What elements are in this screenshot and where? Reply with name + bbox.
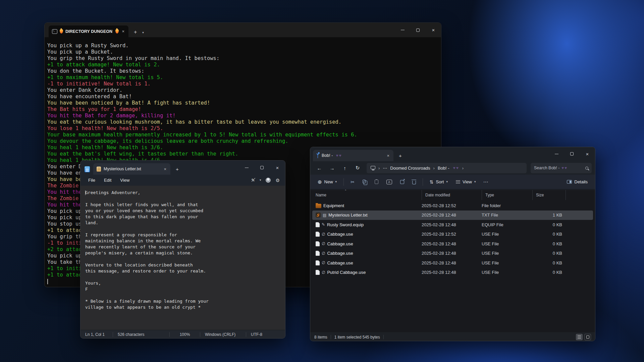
cut-button[interactable]: ✂: [348, 178, 357, 186]
plus-circle-icon: ⊕: [318, 179, 322, 185]
explorer-status-bar: 8 items 1 item selected 545 bytes: [310, 332, 595, 341]
column-header-name[interactable]: Name⌃: [316, 190, 422, 200]
file-name: Equipment: [323, 203, 344, 208]
status-char-count: 526 characters: [113, 332, 169, 337]
folder-person-icon: ᛉ: [316, 153, 319, 158]
terminal-line: You have encountered a Bat!: [47, 94, 438, 100]
terminal-maximize-button[interactable]: [410, 23, 426, 37]
table-row[interactable]: ∅Cabbage.use2025-02-28 12:52USE File0 KB: [312, 230, 593, 239]
menu-file[interactable]: File: [85, 176, 99, 184]
explorer-maximize-button[interactable]: [564, 147, 580, 161]
file-name: Cabbage.use: [327, 232, 353, 237]
menu-view[interactable]: View: [116, 176, 133, 184]
generic-file-icon: [316, 260, 320, 265]
table-row[interactable]: ▤Mysterious Letter.txt2025-02-28 12:48TX…: [312, 210, 593, 220]
rename-button[interactable]: [384, 178, 395, 186]
edit-mode-icon[interactable]: ✎: [251, 178, 255, 183]
explorer-tab[interactable]: ᛉ Bob! - ♥♥ ×: [313, 150, 393, 161]
file-list-area: Name⌃ Date modified Type Size Equipment2…: [310, 190, 595, 332]
forward-button[interactable]: →: [326, 163, 338, 173]
table-row[interactable]: ∅Putrid Cabbage.use2025-02-28 12:48USE F…: [312, 268, 593, 278]
view-lines-icon: [456, 180, 460, 184]
file-type: USE File: [482, 232, 532, 237]
notepad-tab-close-icon[interactable]: ×: [163, 167, 167, 172]
menu-edit[interactable]: Edit: [100, 176, 115, 184]
notepad-text-line: this message, and restore order to your …: [85, 268, 285, 274]
breadcrumb-item-bob[interactable]: Bob! -: [438, 166, 449, 171]
back-button[interactable]: ←: [314, 163, 325, 173]
breadcrumb-overflow[interactable]: ⋯: [383, 166, 387, 171]
selection-summary: 1 item selected 545 bytes: [334, 335, 380, 340]
terminal-tab[interactable]: DIRECTORY DUNGEON ×: [49, 25, 128, 37]
explorer-tab-close-icon[interactable]: ×: [386, 153, 390, 158]
explorer-minimize-button[interactable]: [549, 147, 564, 161]
table-row[interactable]: ∅Cabbage.use2025-02-28 12:48USE File0 KB: [312, 249, 593, 258]
terminal-line: You eat the curious looking mushroom, it…: [47, 119, 438, 125]
terminal-new-tab-button[interactable]: +: [134, 29, 137, 35]
notepad-status-bar: Ln 1, Col 1 526 characters 100% Windows …: [80, 330, 285, 339]
gear-icon[interactable]: ⚙: [275, 178, 280, 183]
column-header-size[interactable]: Size: [532, 190, 566, 200]
terminal-tab-bar: DIRECTORY DUNGEON × + ▾ ×: [45, 23, 441, 37]
heart-icons: ♥♥: [561, 166, 568, 170]
notepad-maximize-button[interactable]: [254, 161, 270, 175]
refresh-button[interactable]: ↻: [352, 163, 363, 173]
file-size: 0 KB: [532, 251, 566, 256]
delete-button[interactable]: [410, 177, 419, 186]
sort-ascending-icon: ⌃: [344, 189, 347, 192]
terminal-tab-close-icon[interactable]: ×: [121, 29, 125, 34]
terminal-line: You pick up a Bucket.: [47, 49, 438, 55]
table-row[interactable]: ∅Cabbage.use2025-02-28 12:48USE File0 KB: [312, 239, 593, 249]
notepad-minimize-button[interactable]: [239, 161, 254, 175]
table-row[interactable]: Equipment2025-02-28 12:52File folder: [312, 201, 593, 210]
file-name: Mysterious Letter.txt: [328, 213, 367, 218]
terminal-close-button[interactable]: ×: [426, 23, 441, 37]
share-button[interactable]: [397, 178, 407, 186]
new-button[interactable]: ⊕ New ▾: [315, 177, 339, 187]
view-button[interactable]: View ▾: [453, 177, 478, 186]
terminal-tab-dropdown-icon[interactable]: ▾: [142, 31, 144, 34]
column-header-type[interactable]: Type: [482, 190, 532, 200]
thumbnail-view-icon: [586, 336, 589, 339]
details-view-toggle[interactable]: [576, 334, 583, 340]
fire-icon: [115, 29, 119, 34]
status-line-endings: Windows (CRLF): [200, 332, 246, 337]
search-icon[interactable]: [585, 167, 588, 170]
notepad-text-area[interactable]: Greetings Adventurer, I hope this letter…: [80, 186, 285, 330]
explorer-close-button[interactable]: ×: [580, 147, 595, 161]
file-name: Cabbage.use: [327, 251, 353, 256]
explorer-new-tab-button[interactable]: +: [399, 153, 402, 159]
details-pane-button[interactable]: Details: [564, 177, 590, 186]
generic-file-icon: [316, 232, 320, 237]
table-row[interactable]: ✎Rusty Sword.equip2025-02-28 12:48EQUIP …: [312, 220, 593, 230]
status-zoom-level[interactable]: 100%: [170, 332, 200, 337]
terminal-tab-title: DIRECTORY DUNGEON: [65, 29, 113, 34]
details-button-label: Details: [574, 179, 588, 184]
breadcrumb[interactable]: › ⋯ Doomed Crossroads › Bob! - ♥♥ ›: [367, 163, 527, 173]
notepad-text-line: Venture to the location described beneat…: [85, 262, 285, 268]
up-button[interactable]: ↑: [339, 163, 351, 173]
sort-button[interactable]: ⇅ Sort ▾: [427, 177, 450, 186]
search-box[interactable]: Search Bob! - ♥♥: [531, 163, 592, 173]
table-row[interactable]: ∅Cabbage.use2025-02-28 12:48USE File0 KB: [312, 258, 593, 268]
column-header-date[interactable]: Date modified: [422, 190, 482, 200]
thumbnail-view-toggle[interactable]: [584, 334, 591, 340]
column-headers: Name⌃ Date modified Type Size: [310, 190, 595, 200]
file-date: 2025-02-28 12:52: [422, 203, 482, 208]
edit-mode-dropdown-icon[interactable]: ▾: [260, 179, 261, 182]
sort-arrows-icon: ⇅: [430, 180, 434, 184]
this-pc-icon[interactable]: [371, 166, 375, 169]
file-name: Cabbage.use: [327, 241, 353, 246]
more-options-button[interactable]: ⋯: [481, 179, 490, 185]
breadcrumb-item-doomed-crossroads[interactable]: Doomed Crossroads: [390, 166, 430, 171]
notepad-window: Mysterious Letter.txt × + × File Edit Vi…: [80, 160, 285, 339]
notepad-tab[interactable]: Mysterious Letter.txt ×: [93, 163, 170, 175]
notepad-new-tab-button[interactable]: +: [176, 166, 179, 172]
notepad-close-button[interactable]: ×: [270, 161, 285, 175]
file-size: 0 KB: [532, 270, 566, 275]
copy-button[interactable]: [360, 178, 369, 186]
terminal-line: You pick up a Rusty Sword.: [47, 43, 438, 49]
terminal-minimize-button[interactable]: [395, 23, 410, 37]
paste-button[interactable]: [372, 178, 381, 186]
account-icon[interactable]: [266, 178, 271, 183]
